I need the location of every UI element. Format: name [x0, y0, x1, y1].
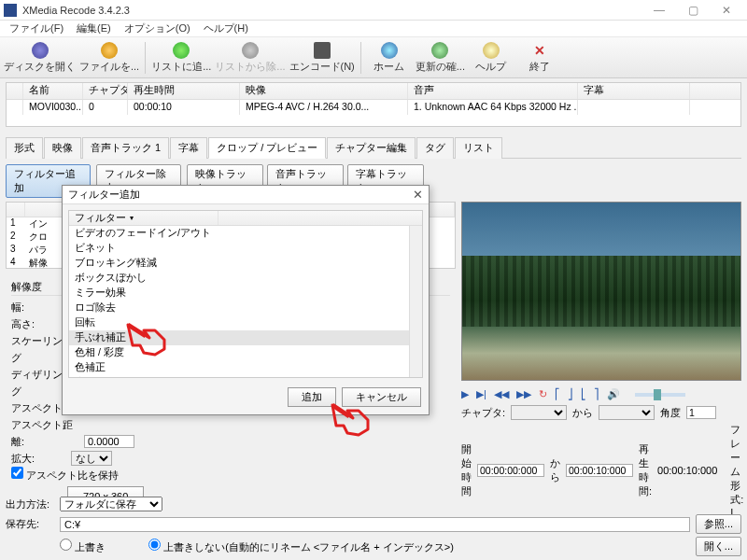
col-subtitle[interactable]: 字幕: [578, 83, 690, 99]
mark-out-icon[interactable]: ⎦: [568, 388, 573, 400]
menu-item[interactable]: 編集(E): [71, 21, 117, 36]
col-audio[interactable]: 音声: [408, 83, 578, 99]
tab[interactable]: 映像: [44, 137, 81, 159]
chapter-from-select[interactable]: [511, 405, 567, 420]
tab[interactable]: 形式: [6, 137, 43, 159]
update-button[interactable]: 更新の確...: [416, 39, 465, 77]
close-button[interactable]: ✕: [710, 1, 743, 20]
menu-item[interactable]: オプション(O): [119, 21, 196, 36]
bracket-out-icon[interactable]: ⎤: [594, 388, 599, 400]
playback-controls: ▶ ▶| ◀◀ ▶▶ ↻ ⎡ ⎦ ⎣ ⎤ 🔊: [461, 386, 741, 402]
window-title: XMedia Recode 3.4.2.3: [22, 5, 642, 16]
minimize-button[interactable]: —: [642, 1, 676, 20]
filter-option[interactable]: ビネット: [69, 241, 422, 256]
ic-open-icon: [101, 42, 118, 59]
ic-exit-icon: ✕: [531, 42, 548, 59]
volume-icon[interactable]: 🔊: [607, 388, 620, 400]
menu-item[interactable]: ヘルプ(H): [198, 21, 254, 36]
tab[interactable]: 音声トラック 1: [82, 137, 169, 159]
filter-option[interactable]: ロゴ除去: [69, 301, 422, 315]
video-preview: [461, 202, 741, 381]
col-chapter[interactable]: チャプター: [83, 83, 128, 99]
ic-home-icon: [381, 42, 398, 59]
encode-button[interactable]: エンコード(N): [289, 39, 355, 77]
dialog-scrollbar[interactable]: [409, 226, 422, 377]
file-row[interactable]: MOVI0030.... 0 00:00:10 MPEG-4 AVC / H.2…: [7, 100, 740, 115]
output-method-select[interactable]: フォルダに保存: [60, 497, 162, 511]
filter-option[interactable]: 色相 / 彩度: [69, 345, 422, 360]
ic-help-icon: [483, 42, 500, 59]
filter-option[interactable]: 手ぶれ補正: [69, 330, 422, 345]
help-button[interactable]: ヘルプ: [469, 39, 514, 77]
tab[interactable]: チャプター編集: [327, 137, 416, 159]
col-name[interactable]: 名前: [23, 83, 83, 99]
filter-option[interactable]: ブロッキング軽減: [69, 256, 422, 271]
rewind-icon[interactable]: ◀◀: [494, 388, 509, 400]
col-video[interactable]: 映像: [240, 83, 408, 99]
disc-open-button[interactable]: ディスクを開く: [4, 39, 76, 77]
maximize-button[interactable]: ▢: [676, 1, 710, 20]
open-button[interactable]: 開く...: [696, 537, 741, 556]
filter-option[interactable]: ビデオのフェードイン/アウト: [69, 226, 422, 241]
list-add-button[interactable]: リストに追...: [151, 39, 211, 77]
volume-slider[interactable]: [635, 393, 685, 397]
angle-input[interactable]: [686, 406, 716, 419]
dest-input[interactable]: [60, 517, 690, 532]
start-time-input[interactable]: [477, 464, 544, 477]
filter-option[interactable]: ミラー効果: [69, 286, 422, 301]
ic-upd-icon: [431, 42, 448, 59]
filter-option[interactable]: ボックスぼかし: [69, 271, 422, 286]
overwrite-radio[interactable]: 上書き: [60, 539, 106, 554]
col-duration[interactable]: 再生時間: [128, 83, 240, 99]
keep-aspect-checkbox[interactable]: アスペクト比を保持: [11, 469, 119, 481]
tab[interactable]: 字幕: [170, 137, 207, 159]
exit-button[interactable]: ✕終了: [517, 39, 562, 77]
ic-disc-icon: [32, 42, 49, 59]
chapter-to-select[interactable]: [599, 405, 655, 420]
list-remove-button[interactable]: リストから除...: [215, 39, 285, 77]
forward-icon[interactable]: ▶▶: [516, 388, 531, 400]
filter-option[interactable]: 逆転: [69, 375, 422, 378]
aspect-ratio-input[interactable]: [84, 435, 134, 448]
bracket-in-icon[interactable]: ⎣: [581, 388, 586, 400]
end-time-input[interactable]: [566, 464, 633, 477]
file-open-button[interactable]: ファイルを...: [79, 39, 139, 77]
play-icon[interactable]: ▶: [461, 388, 469, 400]
home-button[interactable]: ホーム: [367, 39, 412, 77]
dialog-add-button[interactable]: 追加: [288, 387, 336, 407]
mark-in-icon[interactable]: ⎡: [555, 388, 560, 400]
dialog-cancel-button[interactable]: キャンセル: [342, 387, 421, 407]
dialog-title: フィルター追加: [68, 188, 140, 202]
next-frame-icon[interactable]: ▶|: [476, 388, 486, 400]
filter-option[interactable]: 回転: [69, 315, 422, 330]
ic-enc-icon: [314, 42, 331, 59]
filter-option[interactable]: 色補正: [69, 360, 422, 375]
menu-item[interactable]: ファイル(F): [4, 21, 69, 36]
dialog-close-icon[interactable]: ✕: [413, 188, 423, 202]
record-icon[interactable]: ↻: [539, 388, 547, 400]
no-overwrite-radio[interactable]: 上書きしない(自動的にリネーム <ファイル名 + インデックス>): [148, 539, 454, 554]
tab[interactable]: タグ: [416, 137, 454, 159]
tab[interactable]: クロップ / プレビュー: [208, 137, 326, 159]
filter-add-dialog: フィルター追加 ✕ フィルター▾ ビデオのフェードイン/アウトビネットブロッキン…: [62, 185, 430, 415]
ic-add-icon: [173, 42, 190, 59]
tab[interactable]: リスト: [455, 137, 502, 159]
file-grid: 名前 チャプター 再生時間 映像 音声 字幕 MOVI0030.... 0 00…: [6, 82, 741, 127]
browse-button[interactable]: 参照...: [696, 514, 741, 534]
zoom-select[interactable]: なし: [71, 451, 112, 466]
app-icon: [4, 4, 17, 17]
ic-rem-icon: [242, 42, 259, 59]
